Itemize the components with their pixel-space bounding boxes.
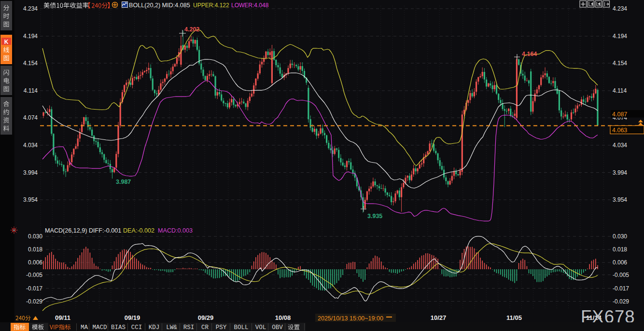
svg-text:4.114: 4.114 (24, 87, 38, 94)
svg-text:VOL: VOL (255, 324, 266, 331)
svg-text:3.994: 3.994 (613, 169, 627, 176)
svg-text:0.030: 0.030 (613, 233, 627, 240)
svg-text:UPPER:4.122: UPPER:4.122 (193, 2, 229, 9)
svg-text:2025/10/13 15:00~19:00: 2025/10/13 15:00~19:00 (318, 315, 383, 322)
svg-text:BOLL: BOLL (234, 324, 248, 331)
svg-text:BOLL(20,2) MID:4.085: BOLL(20,2) MID:4.085 (129, 2, 190, 9)
svg-text:CCI: CCI (131, 324, 142, 331)
svg-text:09/19: 09/19 (125, 314, 140, 321)
svg-text:CR: CR (201, 324, 209, 331)
svg-text:4.234: 4.234 (23, 5, 38, 12)
svg-text:4.202: 4.202 (184, 26, 199, 33)
svg-text:4.194: 4.194 (613, 33, 627, 40)
svg-text:-0.029: -0.029 (26, 298, 42, 305)
svg-text:OBV: OBV (272, 324, 283, 331)
svg-text:-0.005: -0.005 (26, 272, 42, 278)
svg-text:4.164: 4.164 (522, 51, 537, 57)
svg-text:RSI: RSI (183, 324, 195, 331)
svg-text:PSY: PSY (216, 324, 227, 331)
svg-text:10/08: 10/08 (275, 314, 291, 321)
svg-text:4.034: 4.034 (613, 142, 627, 149)
svg-text:0.018: 0.018 (28, 246, 42, 253)
svg-text:0.030: 0.030 (28, 233, 42, 240)
svg-text:4.063: 4.063 (612, 127, 627, 134)
svg-text:11/05: 11/05 (506, 314, 522, 321)
svg-text:KDJ: KDJ (149, 324, 160, 331)
svg-text:4.154: 4.154 (613, 60, 627, 67)
svg-text:4.234: 4.234 (613, 5, 627, 12)
svg-text:3.987: 3.987 (116, 179, 131, 185)
svg-text:LOWER:4.048: LOWER:4.048 (231, 2, 269, 9)
svg-text:0.006: 0.006 (613, 259, 627, 266)
svg-text:4.114: 4.114 (613, 87, 627, 94)
svg-text:09/11: 09/11 (55, 314, 70, 321)
svg-text:-0.029: -0.029 (613, 298, 629, 305)
svg-text:09/29: 09/29 (198, 314, 214, 321)
svg-text:MA: MA (81, 324, 88, 331)
svg-text:4.087: 4.087 (612, 111, 627, 118)
svg-text:MACD:0.003: MACD:0.003 (158, 227, 193, 234)
svg-text:4.194: 4.194 (23, 33, 38, 40)
svg-text:MACD: MACD (92, 324, 107, 331)
svg-text:0.006: 0.006 (28, 259, 42, 266)
svg-text:4.074: 4.074 (23, 114, 38, 121)
svg-text:3.994: 3.994 (23, 169, 38, 176)
svg-text:3.954: 3.954 (23, 196, 38, 203)
svg-text:4.034: 4.034 (23, 142, 38, 149)
svg-text:10/27: 10/27 (431, 314, 447, 321)
svg-text:DEA:-0.002: DEA:-0.002 (123, 227, 154, 234)
svg-text:0.018: 0.018 (613, 246, 627, 253)
svg-text:LW&: LW& (166, 324, 177, 331)
svg-text:-0.005: -0.005 (613, 272, 629, 278)
svg-text:-0.017: -0.017 (26, 285, 42, 292)
svg-text:K: K (4, 39, 9, 45)
svg-text:3.935: 3.935 (367, 213, 382, 220)
svg-text:-0.017: -0.017 (613, 285, 629, 292)
svg-text:MACD(26,12,9) DIFF:-0.001: MACD(26,12,9) DIFF:-0.001 (45, 227, 121, 234)
svg-text:4.154: 4.154 (23, 60, 38, 67)
svg-text:3.954: 3.954 (613, 196, 627, 203)
svg-text:BIAS: BIAS (111, 324, 126, 331)
